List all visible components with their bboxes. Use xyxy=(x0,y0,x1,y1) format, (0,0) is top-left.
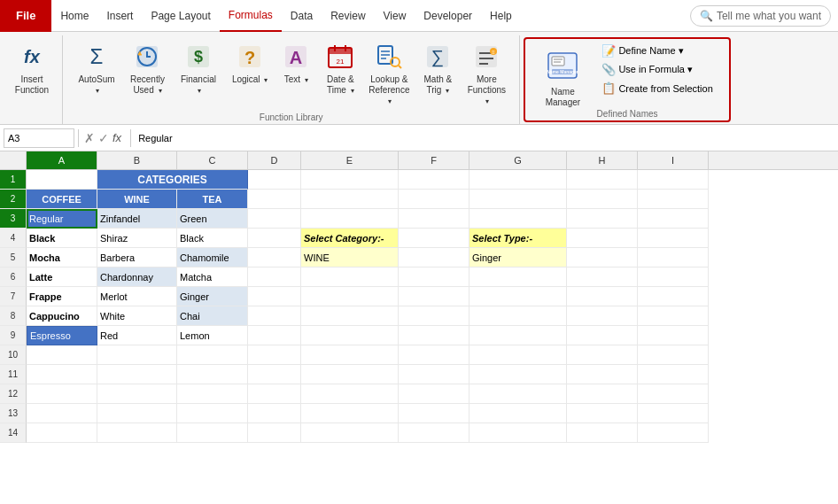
cell-A14[interactable] xyxy=(27,423,97,443)
cell-E3[interactable] xyxy=(301,209,399,229)
menu-insert[interactable]: Insert xyxy=(97,0,142,32)
cell-D7[interactable] xyxy=(248,287,301,306)
cell-E4[interactable]: Select Category:- xyxy=(301,229,399,248)
col-header-G[interactable]: G xyxy=(469,151,567,169)
cell-F12[interactable] xyxy=(399,384,469,404)
row-num-11[interactable]: 11 xyxy=(0,365,27,384)
cell-B9[interactable]: Red xyxy=(97,326,177,345)
cell-A7[interactable]: Frappe xyxy=(27,287,97,306)
cell-A1[interactable] xyxy=(27,170,97,190)
cell-G6[interactable] xyxy=(469,268,567,287)
cell-I11[interactable] xyxy=(638,365,709,384)
cell-H5[interactable] xyxy=(567,248,638,268)
cell-A4[interactable]: Black xyxy=(27,229,97,248)
menu-review[interactable]: Review xyxy=(322,0,374,32)
cell-C14[interactable] xyxy=(177,423,248,443)
cell-C11[interactable] xyxy=(177,365,248,384)
cell-E5[interactable]: WINE xyxy=(301,248,399,268)
row-num-1[interactable]: 1 xyxy=(0,170,27,190)
cell-G7[interactable] xyxy=(469,287,567,306)
cell-I5[interactable] xyxy=(638,248,709,268)
menu-home[interactable]: Home xyxy=(51,0,97,32)
fx-icon[interactable]: fx xyxy=(111,129,123,146)
cell-C4[interactable]: Black xyxy=(177,229,248,248)
cell-H9[interactable] xyxy=(567,326,638,345)
cell-G8[interactable] xyxy=(469,306,567,326)
name-manager-button[interactable]: Name Manager NameManager xyxy=(532,41,593,112)
col-header-B[interactable]: B xyxy=(97,151,177,169)
cell-A3[interactable]: Regular xyxy=(27,209,97,229)
cell-G2[interactable] xyxy=(469,190,567,209)
date-time-button[interactable]: 21 Date &Time ▾ xyxy=(319,37,361,99)
cell-G9[interactable] xyxy=(469,326,567,345)
cell-C8[interactable]: Chai xyxy=(177,306,248,326)
cell-E6[interactable] xyxy=(301,268,399,287)
cell-I14[interactable] xyxy=(638,423,709,443)
cell-H12[interactable] xyxy=(567,384,638,404)
cell-I1[interactable] xyxy=(638,170,709,190)
cell-E8[interactable] xyxy=(301,306,399,326)
cell-H11[interactable] xyxy=(567,365,638,384)
cell-I3[interactable] xyxy=(638,209,709,229)
cell-B11[interactable] xyxy=(97,365,177,384)
create-from-selection-button[interactable]: 📋 Create from Selection xyxy=(596,80,718,97)
name-box[interactable]: A3 xyxy=(4,128,74,148)
row-num-12[interactable]: 12 xyxy=(0,384,27,404)
cell-E14[interactable] xyxy=(301,423,399,443)
cell-I2[interactable] xyxy=(638,190,709,209)
cell-A5[interactable]: Mocha xyxy=(27,248,97,268)
cell-D10[interactable] xyxy=(248,345,301,365)
cell-F4[interactable] xyxy=(399,229,469,248)
menu-data[interactable]: Data xyxy=(282,0,322,32)
col-header-H[interactable]: H xyxy=(567,151,638,169)
cell-B3[interactable]: Zinfandel xyxy=(97,209,177,229)
cell-H3[interactable] xyxy=(567,209,638,229)
cell-D3[interactable] xyxy=(248,209,301,229)
cell-G5[interactable]: Ginger xyxy=(469,248,567,268)
cell-E11[interactable] xyxy=(301,365,399,384)
row-num-2[interactable]: 2 xyxy=(0,190,27,209)
row-num-10[interactable]: 10 xyxy=(0,345,27,365)
cell-C2[interactable]: TEA xyxy=(177,190,248,209)
row-num-9[interactable]: 9 xyxy=(0,326,27,345)
cell-B4[interactable]: Shiraz xyxy=(97,229,177,248)
cell-C9[interactable]: Lemon xyxy=(177,326,248,345)
financial-button[interactable]: $ Financial ▾ xyxy=(172,37,225,99)
cell-B2[interactable]: WINE xyxy=(97,190,177,209)
col-header-D[interactable]: D xyxy=(248,151,301,169)
cell-B5[interactable]: Barbera xyxy=(97,248,177,268)
cell-D12[interactable] xyxy=(248,384,301,404)
cell-A10[interactable] xyxy=(27,345,97,365)
cell-D1[interactable] xyxy=(248,170,301,190)
row-num-7[interactable]: 7 xyxy=(0,287,27,306)
cell-H4[interactable] xyxy=(567,229,638,248)
cell-B7[interactable]: Merlot xyxy=(97,287,177,306)
cell-H2[interactable] xyxy=(567,190,638,209)
row-num-13[interactable]: 13 xyxy=(0,404,27,423)
cell-B8[interactable]: White xyxy=(97,306,177,326)
cell-G10[interactable] xyxy=(469,345,567,365)
cell-H1[interactable] xyxy=(567,170,638,190)
cell-I8[interactable] xyxy=(638,306,709,326)
autosum-button[interactable]: Σ AutoSum ▾ xyxy=(70,37,123,99)
cell-B13[interactable] xyxy=(97,404,177,423)
logical-button[interactable]: ? Logical ▾ xyxy=(227,37,273,89)
cell-G11[interactable] xyxy=(469,365,567,384)
cell-B6[interactable]: Chardonnay xyxy=(97,268,177,287)
cell-F5[interactable] xyxy=(399,248,469,268)
row-num-6[interactable]: 6 xyxy=(0,268,27,287)
cell-D14[interactable] xyxy=(248,423,301,443)
cell-G13[interactable] xyxy=(469,404,567,423)
cell-D6[interactable] xyxy=(248,268,301,287)
cancel-icon[interactable]: ✗ xyxy=(82,129,97,147)
cell-D8[interactable] xyxy=(248,306,301,326)
cell-F3[interactable] xyxy=(399,209,469,229)
col-header-C[interactable]: C xyxy=(177,151,248,169)
cell-I13[interactable] xyxy=(638,404,709,423)
row-num-8[interactable]: 8 xyxy=(0,306,27,326)
recently-used-button[interactable]: RecentlyUsed ▾ xyxy=(125,37,170,99)
cell-I12[interactable] xyxy=(638,384,709,404)
cell-C13[interactable] xyxy=(177,404,248,423)
more-functions-button[interactable]: ≡ MoreFunctions ▾ xyxy=(461,37,512,110)
cell-E12[interactable] xyxy=(301,384,399,404)
